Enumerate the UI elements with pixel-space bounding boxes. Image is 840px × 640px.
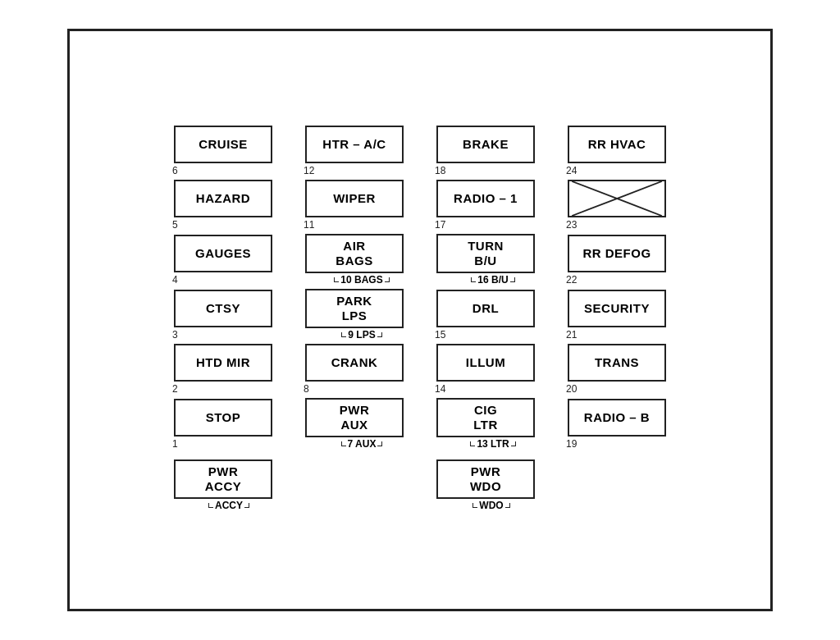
fuse-number-htr-ac: 12 <box>289 165 314 176</box>
fuse-number-crank: 8 <box>289 383 309 395</box>
fuse-row-3: GAUGES 4 AIRBAGS 10 BAGS TURNB/U <box>103 234 737 289</box>
fuse-cell-security: SECURITY 21 <box>551 290 682 341</box>
fuse-number-airbags: 10 BAGS <box>340 274 382 286</box>
fuse-cell-gauges: GAUGES 4 <box>158 235 289 286</box>
fuse-grid: CRUISE 6 HTR – A/C 12 BRAKE 18 RR HVAC <box>103 126 737 514</box>
fuse-box-rrdefog: RR DEFOG <box>568 235 666 272</box>
fuse-number-rrdefog: 22 <box>551 274 577 286</box>
fuse-cell-turn: TURNB/U 16 B/U <box>420 234 551 286</box>
fuse-cell-airbags: AIRBAGS 10 BAGS <box>289 234 420 286</box>
bracket-left-pwraccy <box>208 503 213 508</box>
fuse-box-drl: DRL <box>436 290 535 327</box>
fuse-label-rrdefog: RR DEFOG <box>582 246 651 261</box>
fuse-cell-htdmir: HTD MIR 2 <box>158 344 289 395</box>
fuse-box-gauges: GAUGES <box>174 235 272 272</box>
fuse-cell-cruise: CRUISE 6 <box>158 126 289 176</box>
fuse-cell-pwraccy: PWRACCY ACCY <box>158 459 289 511</box>
fuse-box-stop: STOP <box>174 399 272 437</box>
fuse-cell-park: PARKLPS 9 LPS <box>289 289 420 341</box>
fuse-cell-pwraux: PWRAUX 7 AUX <box>289 398 420 450</box>
fuse-label-pwraccy: PWRACCY <box>205 464 242 494</box>
fuse-cell-radiob: RADIO – B 19 <box>551 399 682 450</box>
bracket-left-pwraux <box>341 441 346 446</box>
fuse-cell-cigltr: CIGLTR 13 LTR <box>420 398 551 450</box>
fuse-number-park: 9 LPS <box>348 329 375 341</box>
fuse-label-radio1: RADIO – 1 <box>454 191 518 206</box>
fuse-label-park: PARKLPS <box>336 294 372 323</box>
fuse-cell-trans: TRANS 20 <box>551 344 682 395</box>
fuse-box-radio1: RADIO – 1 <box>436 180 535 217</box>
fuse-number-brake: 18 <box>420 165 445 176</box>
fuse-row-2: HAZARD 5 WIPER 11 RADIO – 1 17 <box>103 180 737 234</box>
fuse-label-wiper: WIPER <box>333 191 376 206</box>
fuse-box-hazard: HAZARD <box>174 180 272 217</box>
fuse-box-empty <box>568 180 666 217</box>
fuse-box-security: SECURITY <box>568 290 666 327</box>
fuse-cell-stop: STOP 1 <box>158 399 289 450</box>
fuse-label-illum: ILLUM <box>466 355 505 370</box>
fuse-cell-hazard: HAZARD 5 <box>158 180 289 231</box>
bracket-right-park <box>377 332 382 337</box>
fuse-label-trans: TRANS <box>595 355 639 370</box>
fuse-number-cruise: 6 <box>158 165 178 176</box>
fuse-number-turn: 16 B/U <box>477 274 508 286</box>
fuse-sublabel-pwrwdo: WDO <box>479 500 503 511</box>
fuse-box-crank: CRANK <box>305 344 404 382</box>
fuse-panel-diagram: CRUISE 6 HTR – A/C 12 BRAKE 18 RR HVAC <box>67 29 773 611</box>
fuse-box-cruise: CRUISE <box>174 126 272 163</box>
fuse-number-htdmir: 2 <box>158 383 178 395</box>
fuse-cell-drl: DRL 15 <box>420 290 551 341</box>
fuse-cell-wiper: WIPER 11 <box>289 180 420 231</box>
fuse-box-cigltr: CIGLTR <box>436 398 535 437</box>
fuse-row-1: CRUISE 6 HTR – A/C 12 BRAKE 18 RR HVAC <box>103 126 737 180</box>
fuse-number-stop: 1 <box>158 438 178 450</box>
fuse-label-drl: DRL <box>472 301 499 316</box>
fuse-number-wiper: 11 <box>289 219 314 231</box>
fuse-box-radiob: RADIO – B <box>568 399 666 437</box>
fuse-cell-ctsy: CTSY 3 <box>158 290 289 341</box>
fuse-label-pwrwdo: PWRWDO <box>470 464 501 494</box>
fuse-number-ctsy: 3 <box>158 329 178 341</box>
fuse-box-turn: TURNB/U <box>436 234 535 273</box>
fuse-number-pwraux: 7 AUX <box>348 438 377 450</box>
bracket-right-airbags <box>385 277 390 282</box>
fuse-label-brake: BRAKE <box>463 137 509 152</box>
fuse-label-ctsy: CTSY <box>206 301 240 316</box>
fuse-cell-empty: 23 <box>551 180 682 231</box>
fuse-label-security: SECURITY <box>584 301 650 316</box>
fuse-label-htdmir: HTD MIR <box>196 355 250 370</box>
fuse-row-5: HTD MIR 2 CRANK 8 ILLUM 14 TRANS <box>103 344 737 398</box>
fuse-label-stop: STOP <box>206 410 241 425</box>
fuse-number-trans: 20 <box>551 383 577 395</box>
fuse-label-cruise: CRUISE <box>199 137 248 152</box>
bracket-right-turn <box>510 277 515 282</box>
fuse-label-pwraux: PWRAUX <box>340 403 370 432</box>
bracket-right-pwraccy <box>244 503 249 508</box>
fuse-label-airbags: AIRBAGS <box>336 239 372 268</box>
fuse-row-bottom: PWRACCY ACCY PWRWDO WDO <box>103 459 737 514</box>
fuse-box-trans: TRANS <box>568 344 666 382</box>
bracket-left-pwrwdo <box>472 503 477 508</box>
fuse-number-illum: 14 <box>420 383 445 395</box>
fuse-number-cigltr: 13 LTR <box>477 438 509 450</box>
x-icon <box>569 181 664 216</box>
fuse-cell-pwrwdo: PWRWDO WDO <box>420 459 551 511</box>
bracket-left-cigltr <box>470 441 475 446</box>
fuse-number-rr-hvac: 24 <box>551 165 577 176</box>
fuse-box-wiper: WIPER <box>305 180 404 217</box>
fuse-number-hazard: 5 <box>158 219 178 231</box>
fuse-box-ctsy: CTSY <box>174 290 272 327</box>
fuse-label-rr-hvac: RR HVAC <box>588 137 646 152</box>
bracket-left-park <box>341 332 346 337</box>
fuse-number-drl: 15 <box>420 329 445 341</box>
fuse-cell-illum: ILLUM 14 <box>420 344 551 395</box>
fuse-label-gauges: GAUGES <box>195 246 251 261</box>
fuse-label-turn: TURNB/U <box>468 239 504 268</box>
fuse-cell-rr-hvac: RR HVAC 24 <box>551 126 682 176</box>
bracket-right-pwrwdo <box>505 503 510 508</box>
fuse-cell-rrdefog: RR DEFOG 22 <box>551 235 682 286</box>
fuse-box-rr-hvac: RR HVAC <box>568 126 666 163</box>
fuse-box-htdmir: HTD MIR <box>174 344 272 382</box>
fuse-number-radio1: 17 <box>420 219 445 231</box>
fuse-number-security: 21 <box>551 329 577 341</box>
